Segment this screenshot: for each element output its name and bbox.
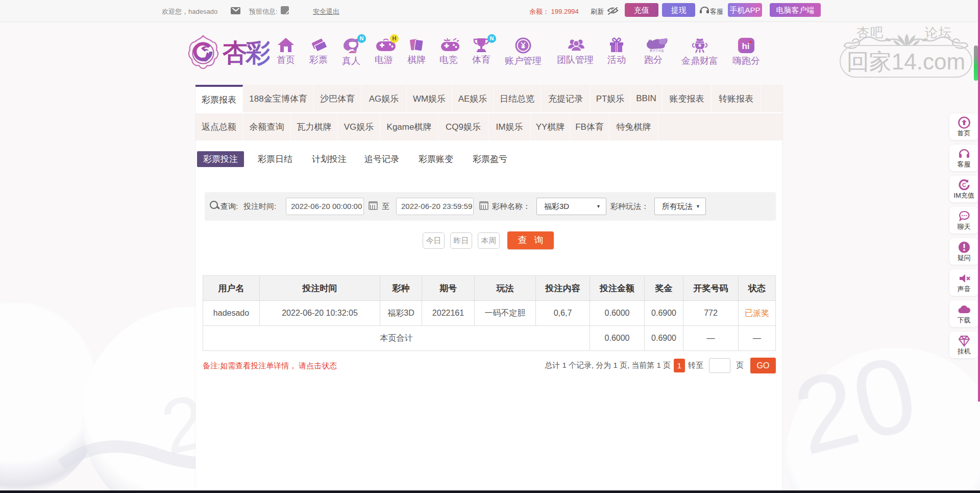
svg-text:20: 20 [786, 332, 927, 478]
svg-text:数字工作室: 数字工作室 [650, 49, 664, 52]
svg-text:C: C [962, 182, 966, 188]
svg-text:hi: hi [742, 41, 749, 51]
